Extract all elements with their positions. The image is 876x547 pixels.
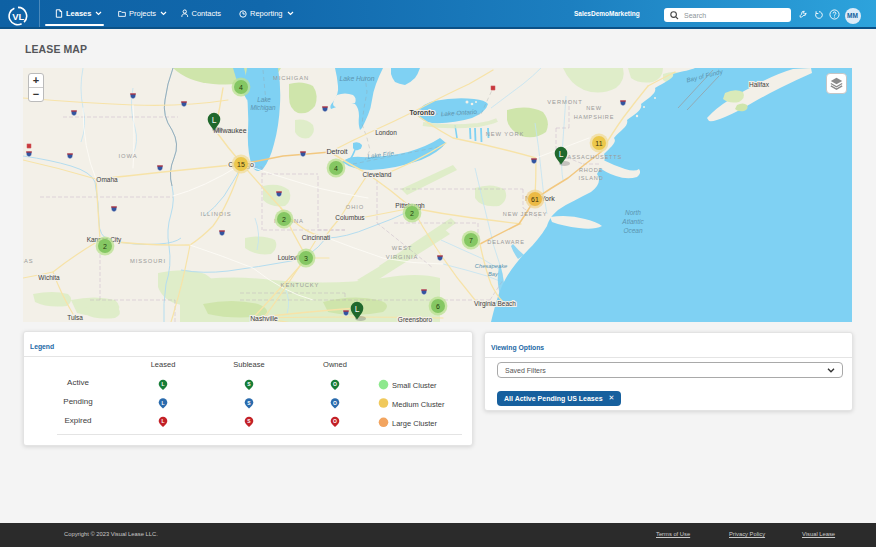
svg-text:2: 2 xyxy=(103,243,107,250)
svg-text:KANSAS: KANSAS xyxy=(23,258,33,264)
svg-text:KENTUCKY: KENTUCKY xyxy=(281,282,320,288)
svg-text:NEW YORK: NEW YORK xyxy=(486,131,525,137)
svg-text:ILLINOIS: ILLINOIS xyxy=(200,211,231,217)
svg-text:Bay: Bay xyxy=(488,271,499,277)
svg-text:11: 11 xyxy=(595,140,602,147)
svg-text:L: L xyxy=(161,381,164,387)
svg-text:4: 4 xyxy=(239,84,243,91)
svg-text:6: 6 xyxy=(436,303,440,310)
svg-text:MASSACHUSETTS: MASSACHUSETTS xyxy=(562,154,622,160)
svg-text:OHIO: OHIO xyxy=(346,204,364,210)
svg-text:MICHIGAN: MICHIGAN xyxy=(273,75,309,81)
svg-text:IOWA: IOWA xyxy=(119,153,138,159)
svg-text:ISLAND: ISLAND xyxy=(578,175,603,181)
svg-text:L: L xyxy=(161,418,164,424)
svg-text:L: L xyxy=(559,149,564,159)
svg-text:MISSOURI: MISSOURI xyxy=(130,258,166,264)
svg-text:NEW JERSEY: NEW JERSEY xyxy=(503,211,547,217)
svg-text:4: 4 xyxy=(334,165,338,172)
svg-text:VL: VL xyxy=(12,11,24,22)
svg-text:L: L xyxy=(355,304,360,314)
svg-text:VIRGINIA: VIRGINIA xyxy=(386,254,419,260)
svg-text:Atlantic: Atlantic xyxy=(621,218,644,225)
svg-text:Toronto: Toronto xyxy=(409,109,434,116)
svg-text:Halifax: Halifax xyxy=(749,81,770,88)
svg-text:NEW: NEW xyxy=(586,105,601,111)
svg-text:Lake: Lake xyxy=(257,96,271,103)
svg-text:HAMPSHIRE: HAMPSHIRE xyxy=(574,114,614,120)
svg-text:O: O xyxy=(333,381,337,387)
svg-text:Detroit: Detroit xyxy=(326,147,347,156)
svg-text:Wichita: Wichita xyxy=(38,274,60,281)
svg-text:3: 3 xyxy=(304,255,308,262)
svg-text:Columbus: Columbus xyxy=(335,214,365,221)
svg-text:RHODE: RHODE xyxy=(579,167,603,173)
svg-text:North: North xyxy=(625,209,641,216)
svg-text:Lake Huron: Lake Huron xyxy=(339,75,374,82)
svg-text:Chesapeake: Chesapeake xyxy=(475,263,508,269)
svg-text:Greensboro: Greensboro xyxy=(398,316,433,322)
svg-text:15: 15 xyxy=(237,161,245,168)
svg-text:O: O xyxy=(333,418,337,424)
svg-text:L: L xyxy=(212,115,217,125)
svg-text:Ocean: Ocean xyxy=(623,227,643,234)
svg-text:O: O xyxy=(333,400,337,406)
svg-text:61: 61 xyxy=(531,196,539,203)
svg-text:2: 2 xyxy=(410,210,414,217)
svg-text:Michigan: Michigan xyxy=(250,104,276,112)
svg-text:DELAWARE: DELAWARE xyxy=(487,239,524,245)
svg-text:L: L xyxy=(161,400,164,406)
svg-text:2: 2 xyxy=(282,216,286,223)
svg-text:Cleveland: Cleveland xyxy=(363,171,392,178)
svg-text:Cincinnati: Cincinnati xyxy=(302,234,331,241)
svg-text:VERMONT: VERMONT xyxy=(547,99,582,105)
svg-text:7: 7 xyxy=(469,237,473,244)
svg-text:Omaha: Omaha xyxy=(96,176,118,183)
svg-text:Tulsa: Tulsa xyxy=(67,314,83,321)
svg-text:Nashville: Nashville xyxy=(250,315,278,322)
svg-text:London: London xyxy=(375,129,397,136)
svg-text:Virginia Beach: Virginia Beach xyxy=(474,300,516,308)
svg-text:WEST: WEST xyxy=(392,245,412,251)
